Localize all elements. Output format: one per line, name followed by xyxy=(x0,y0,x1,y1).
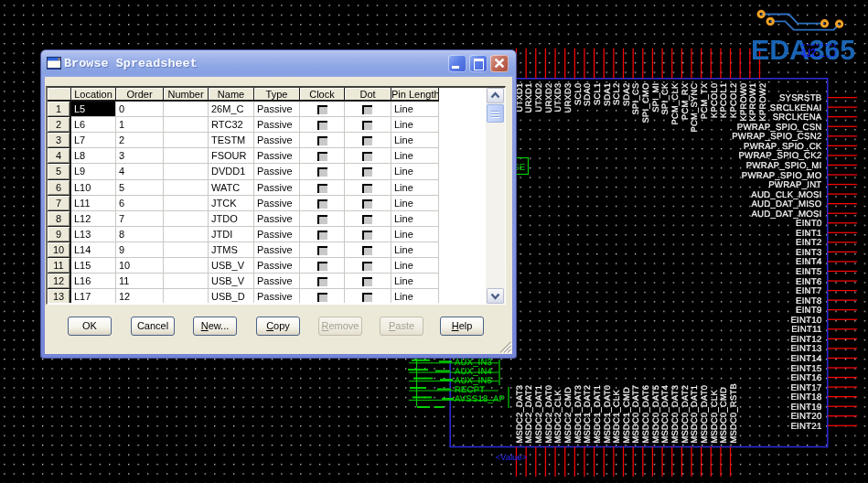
scroll-up-button[interactable] xyxy=(487,88,504,103)
cell-pin_length[interactable]: Line xyxy=(391,258,439,274)
cell-order[interactable]: 4 xyxy=(116,164,164,180)
dot-checkbox[interactable] xyxy=(362,121,372,130)
cell-location[interactable]: L15 xyxy=(71,258,116,274)
cell-pin_length[interactable]: Line xyxy=(391,164,439,180)
cell-order[interactable]: 11 xyxy=(116,274,164,289)
clock-checkbox[interactable] xyxy=(317,277,327,286)
cell-name[interactable]: JTCK xyxy=(209,196,254,211)
help-button[interactable]: Help xyxy=(440,317,484,336)
cell-number[interactable] xyxy=(164,148,209,164)
dot-checkbox[interactable] xyxy=(362,105,372,114)
cell-pin_length[interactable]: Line xyxy=(391,196,439,211)
column-header-Dot[interactable]: Dot xyxy=(345,88,391,102)
cell-location[interactable]: L5 xyxy=(71,102,116,117)
cell-number[interactable] xyxy=(164,164,209,180)
cell-number[interactable] xyxy=(164,117,209,133)
cell-location[interactable]: L10 xyxy=(71,180,116,196)
copy-button[interactable]: Copy xyxy=(256,317,300,336)
cell-location[interactable]: L7 xyxy=(71,133,116,148)
row-number[interactable]: 7 xyxy=(48,196,71,211)
paste-button[interactable]: Paste xyxy=(380,317,423,336)
column-header-Location[interactable]: Location xyxy=(71,88,116,102)
cell-order[interactable]: 6 xyxy=(116,196,164,211)
cell-pin_length[interactable]: Line xyxy=(391,117,439,133)
cell-location[interactable]: L8 xyxy=(71,148,116,164)
resize-grip[interactable] xyxy=(499,341,511,353)
cell-order[interactable]: 8 xyxy=(116,227,164,242)
ok-button[interactable]: OK xyxy=(68,317,112,336)
clock-checkbox[interactable] xyxy=(317,184,327,193)
cell-name[interactable]: USB_V xyxy=(209,274,254,289)
row-number[interactable]: 11 xyxy=(48,258,71,274)
cell-location[interactable]: L13 xyxy=(71,227,116,242)
clock-checkbox[interactable] xyxy=(317,215,327,224)
dot-checkbox[interactable] xyxy=(362,231,372,240)
cell-number[interactable] xyxy=(164,242,209,258)
column-header-Name[interactable]: Name xyxy=(209,88,254,102)
clock-checkbox[interactable] xyxy=(317,262,327,271)
dot-checkbox[interactable] xyxy=(362,262,372,271)
cell-name[interactable]: USB_D xyxy=(209,289,254,303)
dot-checkbox[interactable] xyxy=(362,199,372,209)
minimize-button[interactable] xyxy=(448,55,466,72)
cell-number[interactable] xyxy=(164,180,209,196)
cell-type[interactable]: Passive xyxy=(254,289,300,303)
cancel-button[interactable]: Cancel xyxy=(131,317,175,336)
cell-location[interactable]: L12 xyxy=(71,211,116,227)
remove-button[interactable]: Remove xyxy=(318,317,362,336)
column-header-Number[interactable]: Number xyxy=(164,88,209,102)
clock-checkbox[interactable] xyxy=(317,121,327,130)
cell-order[interactable]: 7 xyxy=(116,211,164,227)
row-number[interactable]: 9 xyxy=(48,227,71,242)
row-number[interactable]: 2 xyxy=(48,117,71,133)
cell-name[interactable]: JTMS xyxy=(209,242,254,258)
scrollbar-thumb[interactable] xyxy=(487,104,504,123)
dot-checkbox[interactable] xyxy=(362,167,372,177)
cell-name[interactable]: WATC xyxy=(209,180,254,196)
column-header-Pin Length[interactable]: Pin Length xyxy=(391,88,439,102)
row-number[interactable]: 5 xyxy=(48,164,71,180)
cell-type[interactable]: Passive xyxy=(254,258,300,274)
cell-location[interactable]: L11 xyxy=(71,196,116,211)
cell-number[interactable] xyxy=(164,211,209,227)
column-header-Type[interactable]: Type xyxy=(254,88,300,102)
cell-type[interactable]: Passive xyxy=(254,227,300,242)
cell-type[interactable]: Passive xyxy=(254,196,300,211)
cell-pin_length[interactable]: Line xyxy=(391,227,439,242)
cell-location[interactable]: L17 xyxy=(71,289,116,303)
cell-type[interactable]: Passive xyxy=(254,133,300,148)
column-header-Order[interactable]: Order xyxy=(116,88,164,102)
cell-pin_length[interactable]: Line xyxy=(391,133,439,148)
row-number[interactable]: 13 xyxy=(48,289,71,303)
column-header-Clock[interactable]: Clock xyxy=(300,88,345,102)
row-number[interactable]: 1 xyxy=(48,102,71,117)
dot-checkbox[interactable] xyxy=(362,152,372,161)
maximize-button[interactable] xyxy=(469,55,488,72)
cell-location[interactable]: L16 xyxy=(71,274,116,289)
dot-checkbox[interactable] xyxy=(362,293,372,302)
close-button[interactable] xyxy=(490,55,509,72)
vertical-scrollbar[interactable] xyxy=(486,88,505,304)
cell-type[interactable]: Passive xyxy=(254,102,300,117)
dot-checkbox[interactable] xyxy=(362,184,372,193)
cell-type[interactable]: Passive xyxy=(254,180,300,196)
cell-type[interactable]: Passive xyxy=(254,211,300,227)
cell-type[interactable]: Passive xyxy=(254,117,300,133)
clock-checkbox[interactable] xyxy=(317,293,327,302)
dot-checkbox[interactable] xyxy=(362,277,372,286)
cell-type[interactable]: Passive xyxy=(254,274,300,289)
cell-pin_length[interactable]: Line xyxy=(391,274,439,289)
cell-type[interactable]: Passive xyxy=(254,164,300,180)
new-button[interactable]: New... xyxy=(193,317,237,336)
cell-order[interactable]: 5 xyxy=(116,180,164,196)
cell-name[interactable]: 26M_C xyxy=(209,102,254,117)
cell-name[interactable]: USB_V xyxy=(209,258,254,274)
dialog-titlebar[interactable]: Browse Spreadsheet xyxy=(41,50,516,77)
cell-type[interactable]: Passive xyxy=(254,148,300,164)
cell-order[interactable]: 9 xyxy=(116,242,164,258)
dot-checkbox[interactable] xyxy=(362,215,372,224)
cell-number[interactable] xyxy=(164,133,209,148)
cell-order[interactable]: 12 xyxy=(116,289,164,303)
cell-location[interactable]: L9 xyxy=(71,164,116,180)
cell-name[interactable]: JTDO xyxy=(209,211,254,227)
